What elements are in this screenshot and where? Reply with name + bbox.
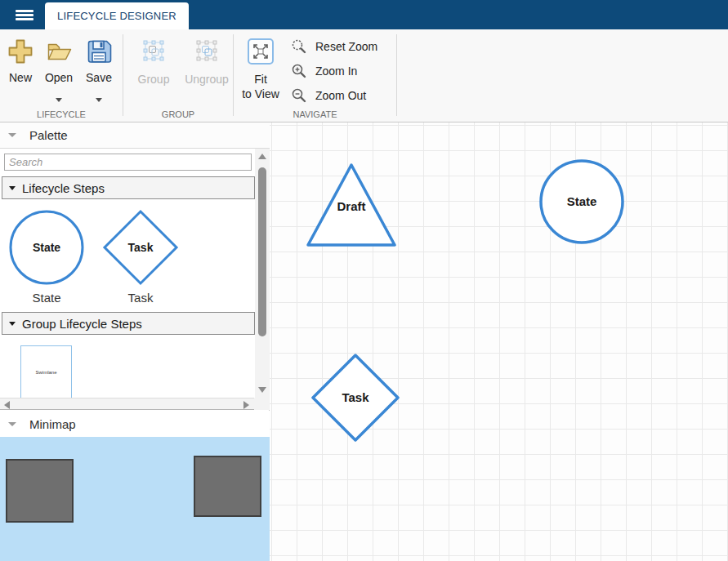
minimap-shape-rect[interactable] xyxy=(6,459,74,523)
canvas-shape-state-circle[interactable]: State xyxy=(541,161,623,243)
state-shape-text: State xyxy=(33,241,60,254)
scroll-right-icon[interactable] xyxy=(243,401,249,409)
zoom-in-icon xyxy=(291,63,307,79)
titlebar: LIFECYCLE DESIGNER xyxy=(0,0,728,29)
scroll-up-icon[interactable] xyxy=(258,154,266,159)
group-label: Group xyxy=(138,72,170,87)
palette-title: Palette xyxy=(29,128,68,142)
open-dropdown-caret-icon[interactable] xyxy=(56,98,62,102)
left-panel: Palette Lifecycle Steps State State Task… xyxy=(0,122,270,561)
swimlane-shape-text: Swimlane xyxy=(35,370,56,375)
zoom-in-button[interactable]: Zoom In xyxy=(291,62,405,80)
canvas-shapes-layer: Draft State Task xyxy=(270,122,728,561)
reset-zoom-label: Reset Zoom xyxy=(315,39,377,54)
scroll-down-icon[interactable] xyxy=(258,387,266,393)
minimap-collapse-chevron-icon[interactable] xyxy=(8,422,16,426)
group-button[interactable]: Group xyxy=(129,39,178,87)
save-button[interactable]: Save xyxy=(80,38,118,102)
zoom-out-icon xyxy=(291,87,307,104)
palette-vertical-scrollbar[interactable] xyxy=(255,149,270,398)
new-button[interactable]: New xyxy=(2,38,39,85)
hamburger-icon xyxy=(16,8,33,22)
accordion-group-lifecycle-steps[interactable]: Group Lifecycle Steps xyxy=(2,312,255,335)
fit-to-view-label-line2: to View xyxy=(242,87,279,101)
open-label: Open xyxy=(45,70,73,85)
open-button[interactable]: Open xyxy=(40,38,78,102)
state-shape-label: State xyxy=(567,194,597,208)
task-shape-label: Task xyxy=(342,390,369,404)
new-plus-icon xyxy=(7,38,34,65)
tab-lifecycle-designer[interactable]: LIFECYCLE DESIGNER xyxy=(45,2,189,29)
palette-item-state-label: State xyxy=(8,291,85,305)
ribbon-divider xyxy=(233,34,234,116)
palette-item-state[interactable]: State xyxy=(8,209,85,289)
save-floppy-icon xyxy=(85,38,113,65)
fit-to-view-label-line1: Fit xyxy=(254,72,267,87)
state-circle-shape: State xyxy=(8,209,85,286)
open-folder-icon xyxy=(45,38,73,65)
ribbon-divider xyxy=(123,34,123,116)
group-section-label: GROUP xyxy=(123,109,233,119)
tab-label: LIFECYCLE DESIGNER xyxy=(57,10,176,22)
zoom-out-button[interactable]: Zoom Out xyxy=(291,87,405,105)
scrollbar-corner xyxy=(254,398,270,410)
palette-header: Palette xyxy=(0,122,270,149)
draft-shape-label: Draft xyxy=(337,199,365,213)
minimap-header: Minimap xyxy=(0,411,270,437)
fit-to-view-button[interactable]: Fit to View xyxy=(237,38,284,101)
minimap-shape-rect[interactable] xyxy=(194,456,261,517)
group-lifecycle-steps-title: Group Lifecycle Steps xyxy=(22,317,142,331)
reset-zoom-button[interactable]: Reset Zoom xyxy=(291,38,405,56)
hamburger-menu-button[interactable] xyxy=(8,0,41,29)
canvas-shape-task-diamond[interactable]: Task xyxy=(313,355,398,440)
palette-item-swimlane[interactable]: Swimlane xyxy=(20,345,72,399)
lifecycle-designer-app: LIFECYCLE DESIGNER New Open xyxy=(0,0,728,561)
lifecycle-section-label: LIFECYCLE xyxy=(0,109,123,119)
zoom-in-label: Zoom In xyxy=(315,64,357,78)
new-label: New xyxy=(9,70,32,85)
palette-search-input[interactable] xyxy=(4,154,252,171)
diagram-canvas[interactable]: Draft State Task xyxy=(270,122,728,561)
canvas-shape-draft-triangle[interactable]: Draft xyxy=(308,165,395,245)
save-dropdown-caret-icon[interactable] xyxy=(96,98,102,102)
ungroup-label: Ungroup xyxy=(185,72,229,87)
minimap-view[interactable] xyxy=(0,437,270,561)
reset-zoom-icon xyxy=(291,38,307,55)
save-label: Save xyxy=(86,70,112,85)
toolbar-ribbon: New Open xyxy=(0,29,728,122)
ungroup-button[interactable]: Ungroup xyxy=(181,39,232,87)
group-icon xyxy=(142,39,165,62)
navigate-section-label: NAVIGATE xyxy=(234,109,396,119)
accordion-lifecycle-steps[interactable]: Lifecycle Steps xyxy=(2,176,255,199)
palette-horizontal-scrollbar[interactable] xyxy=(0,398,254,410)
task-shape-text: Task xyxy=(128,241,154,254)
zoom-out-label: Zoom Out xyxy=(315,88,366,103)
scroll-left-icon[interactable] xyxy=(4,401,10,409)
fit-to-view-icon xyxy=(247,38,275,65)
ribbon-divider xyxy=(396,34,397,116)
accordion-arrow-icon xyxy=(9,322,16,326)
ungroup-icon xyxy=(195,39,218,62)
palette-collapse-chevron-icon[interactable] xyxy=(8,133,16,137)
minimap-title: Minimap xyxy=(29,417,76,431)
palette-item-task[interactable]: Task xyxy=(102,209,179,289)
palette-item-task-label: Task xyxy=(102,291,179,305)
task-diamond-shape: Task xyxy=(102,209,179,286)
accordion-arrow-icon xyxy=(9,186,16,190)
lifecycle-steps-title: Lifecycle Steps xyxy=(22,181,105,195)
vertical-scrollbar-thumb[interactable] xyxy=(258,167,266,336)
